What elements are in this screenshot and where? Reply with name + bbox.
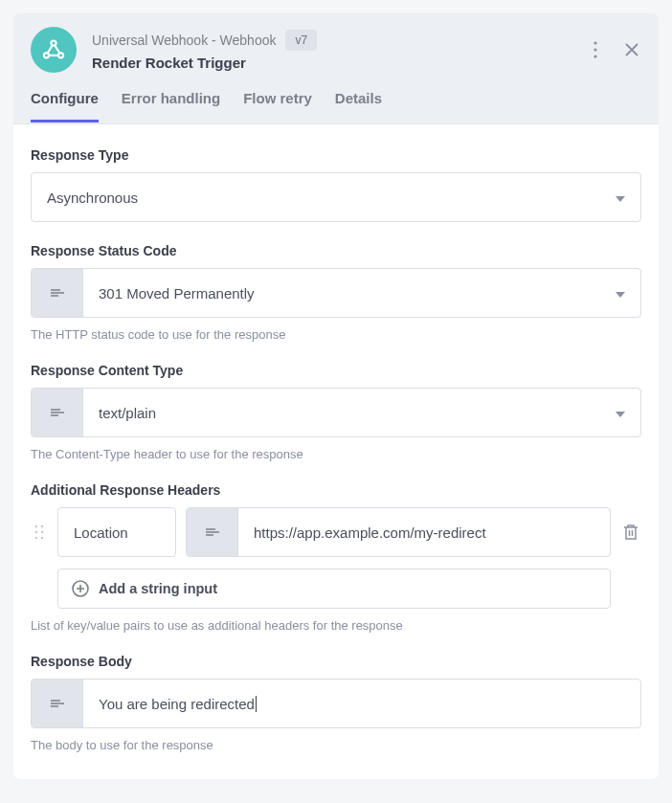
drag-handle-icon[interactable]: [31, 524, 48, 541]
header-value-text: https://app.example.com/my-redirect: [238, 508, 610, 556]
tab-details[interactable]: Details: [335, 90, 382, 123]
response-body-help: The body to use for the response: [31, 738, 641, 752]
status-code-help: The HTTP status code to use for the resp…: [31, 327, 641, 342]
chevron-down-icon: [616, 284, 625, 301]
content-type-select[interactable]: text/plain: [31, 388, 641, 437]
content-type-label: Response Content Type: [31, 363, 641, 378]
tab-flow-retry[interactable]: Flow retry: [243, 90, 312, 123]
form-area: Response Type Asynchronous Response Stat…: [13, 123, 659, 779]
svg-point-10: [35, 537, 38, 540]
header-key-value: Location: [74, 524, 128, 541]
response-body-input[interactable]: You are being redirected: [31, 679, 641, 728]
close-icon[interactable]: [622, 40, 641, 59]
additional-headers-label: Additional Response Headers: [31, 482, 641, 498]
header-key-input[interactable]: Location: [57, 507, 176, 557]
tab-configure[interactable]: Configure: [31, 90, 99, 123]
panel-header: Universal Webhook - Webhook v7 Render Ro…: [13, 13, 659, 73]
svg-point-11: [41, 537, 44, 540]
plus-circle-icon: [72, 580, 89, 597]
response-body-value: You are being redirected: [99, 696, 257, 712]
header-subtitle: Universal Webhook - Webhook: [92, 33, 276, 48]
status-code-select[interactable]: 301 Moved Permanently: [31, 268, 641, 318]
text-prefix-icon: [187, 508, 238, 556]
trigger-config-panel: Universal Webhook - Webhook v7 Render Ro…: [13, 13, 659, 779]
webhook-icon: [31, 27, 77, 73]
add-header-label: Add a string input: [99, 581, 217, 596]
svg-point-8: [35, 531, 38, 534]
additional-headers-help: List of key/value pairs to use as additi…: [31, 618, 641, 633]
response-type-select[interactable]: Asynchronous: [31, 172, 641, 222]
svg-point-4: [594, 48, 596, 51]
response-type-label: Response Type: [31, 147, 641, 163]
svg-point-3: [594, 41, 596, 44]
svg-point-5: [594, 55, 596, 57]
content-type-help: The Content-Type header to use for the r…: [31, 447, 641, 461]
text-prefix-icon: [32, 680, 83, 727]
header-title: Render Rocket Trigger: [92, 55, 586, 71]
svg-point-0: [51, 40, 56, 45]
tabs: Configure Error handling Flow retry Deta…: [13, 73, 659, 123]
svg-point-7: [41, 525, 44, 528]
delete-row-icon[interactable]: [620, 524, 641, 541]
svg-point-1: [44, 53, 49, 57]
tab-error-handling[interactable]: Error handling: [122, 90, 220, 123]
more-options-icon[interactable]: [586, 40, 605, 59]
version-badge: v7: [285, 30, 317, 51]
header-value-input[interactable]: https://app.example.com/my-redirect: [186, 507, 611, 557]
status-code-label: Response Status Code: [31, 243, 641, 258]
chevron-down-icon: [616, 189, 625, 206]
svg-point-6: [35, 525, 38, 528]
svg-point-2: [58, 53, 63, 57]
add-header-button[interactable]: Add a string input: [57, 569, 611, 609]
header-row: Location https://app.example.com/my-redi…: [31, 507, 641, 557]
response-type-value: Asynchronous: [47, 190, 138, 206]
text-prefix-icon: [32, 269, 83, 317]
content-type-value: text/plain: [99, 405, 156, 421]
text-prefix-icon: [32, 389, 83, 436]
status-code-value: 301 Moved Permanently: [99, 285, 255, 301]
chevron-down-icon: [616, 404, 625, 421]
svg-point-9: [41, 531, 44, 534]
response-body-label: Response Body: [31, 654, 641, 669]
